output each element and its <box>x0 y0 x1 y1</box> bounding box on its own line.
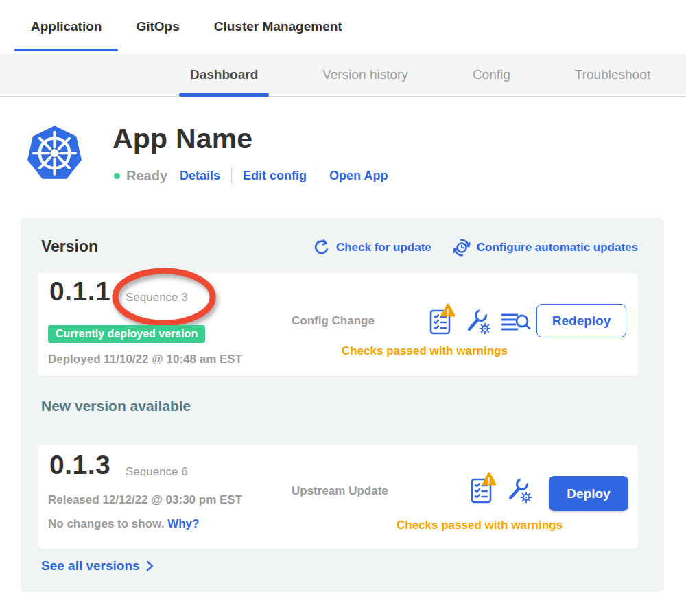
status-label: Ready <box>126 168 167 184</box>
new-version-icons: ! <box>470 472 532 505</box>
divider <box>231 168 232 183</box>
view-diff-icon[interactable] <box>500 303 532 336</box>
redeploy-button[interactable]: Redeploy <box>536 304 626 337</box>
new-version-sequence: Sequence 6 <box>126 465 188 479</box>
warning-triangle-icon: ! <box>483 473 495 486</box>
why-link[interactable]: Why? <box>167 517 199 530</box>
no-changes-line: No changes to show. Why? <box>48 517 199 531</box>
new-version-card: 0.1.3 Sequence 6 Released 12/12/22 @ 03:… <box>38 445 638 549</box>
currently-deployed-badge: Currently deployed version <box>48 325 205 343</box>
no-changes-text: No changes to show. <box>48 517 164 530</box>
new-source-label: Upstream Update <box>292 484 388 498</box>
sub-tab-troubleshoot[interactable]: Troubleshoot <box>564 54 661 97</box>
check-for-update-button[interactable]: Check for update <box>313 239 431 257</box>
refresh-icon <box>313 239 331 257</box>
current-version-icons: ! <box>429 303 532 336</box>
top-tab-gitops[interactable]: GitOps <box>119 0 196 54</box>
warning-triangle-icon: ! <box>442 305 454 317</box>
clock-refresh-icon <box>452 238 471 257</box>
top-tab-gitops-label: GitOps <box>136 19 179 34</box>
svg-text:!: ! <box>488 476 490 486</box>
gear-icon <box>521 493 532 503</box>
new-version-number: 0.1.3 <box>49 450 110 480</box>
sub-tab-version-history-label: Version history <box>322 67 408 82</box>
see-all-versions-label: See all versions <box>41 558 140 573</box>
open-app-link[interactable]: Open App <box>329 169 388 183</box>
new-version-heading: New version available <box>41 398 191 414</box>
sub-nav: Dashboard Version history Config Trouble… <box>0 54 686 97</box>
current-version-number: 0.1.1 <box>49 276 110 307</box>
configure-automatic-updates-label: Configure automatic updates <box>477 241 638 254</box>
top-tab-application-label: Application <box>31 19 102 34</box>
gear-icon <box>480 324 490 334</box>
deployed-timestamp: Deployed 11/10/22 @ 10:48 am EST <box>48 353 242 366</box>
check-for-update-label: Check for update <box>336 241 431 254</box>
see-all-versions-link[interactable]: See all versions <box>41 558 155 573</box>
current-source-label: Config Change <box>292 314 375 328</box>
divider <box>318 168 318 183</box>
edit-config-link[interactable]: Edit config <box>243 169 307 183</box>
top-tab-cluster-management[interactable]: Cluster Management <box>198 0 359 54</box>
sub-tab-dashboard[interactable]: Dashboard <box>179 54 269 97</box>
sub-tab-troubleshoot-label: Troubleshoot <box>575 67 650 82</box>
released-timestamp: Released 12/12/22 @ 03:30 pm EST <box>48 493 242 507</box>
new-checks-status: Checks passed with warnings <box>397 519 563 532</box>
page-title: App Name <box>113 123 252 155</box>
svg-text:!: ! <box>447 307 449 317</box>
sub-tab-config-label: Config <box>473 67 510 82</box>
top-tab-cluster-management-label: Cluster Management <box>214 19 342 34</box>
sub-tab-dashboard-label: Dashboard <box>190 67 258 82</box>
chevron-right-icon <box>144 559 155 573</box>
preflight-checks-icon[interactable]: ! <box>429 303 455 336</box>
sub-tab-version-history[interactable]: Version history <box>311 54 419 97</box>
details-link[interactable]: Details <box>180 169 220 183</box>
sub-tab-config[interactable]: Config <box>462 54 521 97</box>
preflight-checks-icon[interactable]: ! <box>470 472 496 505</box>
version-heading: Version <box>41 237 98 256</box>
current-version-card: 0.1.1 Sequence 3 Currently deployed vers… <box>38 273 638 376</box>
app-dashboard-screen: Application GitOps Cluster Management Da… <box>0 0 686 616</box>
current-checks-status: Checks passed with warnings <box>342 344 508 358</box>
configure-automatic-updates-button[interactable]: Configure automatic updates <box>452 238 638 257</box>
status-dot-icon <box>114 173 120 179</box>
current-version-sequence: Sequence 3 <box>126 291 188 305</box>
kubernetes-logo-icon <box>25 121 84 182</box>
top-nav: Application GitOps Cluster Management <box>0 0 686 54</box>
version-panel: Version Check for update Configur <box>21 218 664 592</box>
app-status-row: Ready Details Edit config Open App <box>114 167 388 185</box>
deploy-button[interactable]: Deploy <box>549 476 628 511</box>
config-wrench-icon[interactable] <box>464 303 490 336</box>
config-wrench-icon[interactable] <box>506 472 532 505</box>
top-tab-application[interactable]: Application <box>14 0 118 54</box>
version-actions: Check for update Configure automatic upd… <box>313 238 638 257</box>
